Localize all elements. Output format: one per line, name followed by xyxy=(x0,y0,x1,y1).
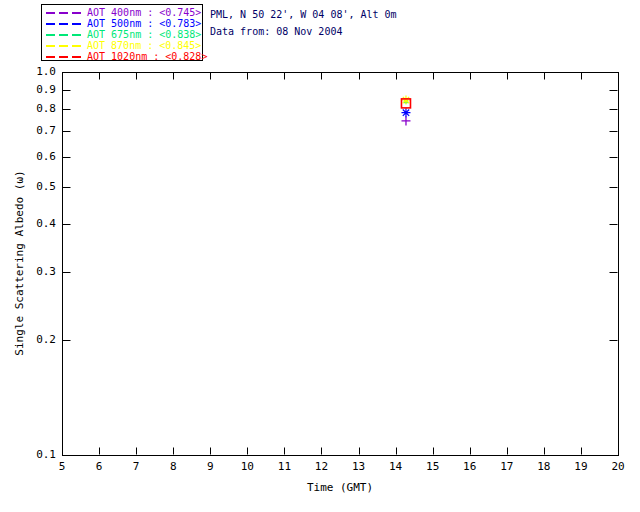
y-tick-label: 0.2 xyxy=(24,333,56,346)
plot-frame xyxy=(63,73,619,456)
y-tick-label: 0.9 xyxy=(24,83,56,96)
x-tick-label: 14 xyxy=(381,460,411,473)
x-tick-label: 11 xyxy=(269,460,299,473)
y-tick-label: 0.3 xyxy=(24,265,56,278)
y-tick-label: 1.0 xyxy=(24,65,56,78)
marker-400nm xyxy=(401,116,410,125)
x-tick-label: 8 xyxy=(158,460,188,473)
y-axis-title: Single Scattering Albedo (ω) xyxy=(13,170,26,355)
x-tick-label: 6 xyxy=(84,460,114,473)
y-tick-label: 0.4 xyxy=(24,217,56,230)
x-tick-label: 16 xyxy=(455,460,485,473)
marker-500nm xyxy=(401,108,410,117)
x-tick-label: 20 xyxy=(603,460,633,473)
y-tick-label: 0.8 xyxy=(24,102,56,115)
x-tick-label: 18 xyxy=(529,460,559,473)
y-tick-label: 0.5 xyxy=(24,180,56,193)
x-tick-label: 10 xyxy=(232,460,262,473)
x-tick-label: 9 xyxy=(195,460,225,473)
y-tick-label: 0.6 xyxy=(24,150,56,163)
x-tick-label: 7 xyxy=(121,460,151,473)
plot-page: AOT 400nm : <0.745>AOT 500nm : <0.783>AO… xyxy=(0,0,640,512)
x-tick-label: 17 xyxy=(492,460,522,473)
y-tick-label: 0.1 xyxy=(24,448,56,461)
marker-870nm xyxy=(401,96,410,105)
x-tick-label: 15 xyxy=(418,460,448,473)
plot-area xyxy=(0,0,640,512)
x-tick-label: 12 xyxy=(306,460,336,473)
x-tick-label: 13 xyxy=(344,460,374,473)
x-tick-label: 19 xyxy=(566,460,596,473)
x-tick-label: 5 xyxy=(47,460,77,473)
y-tick-label: 0.7 xyxy=(24,124,56,137)
